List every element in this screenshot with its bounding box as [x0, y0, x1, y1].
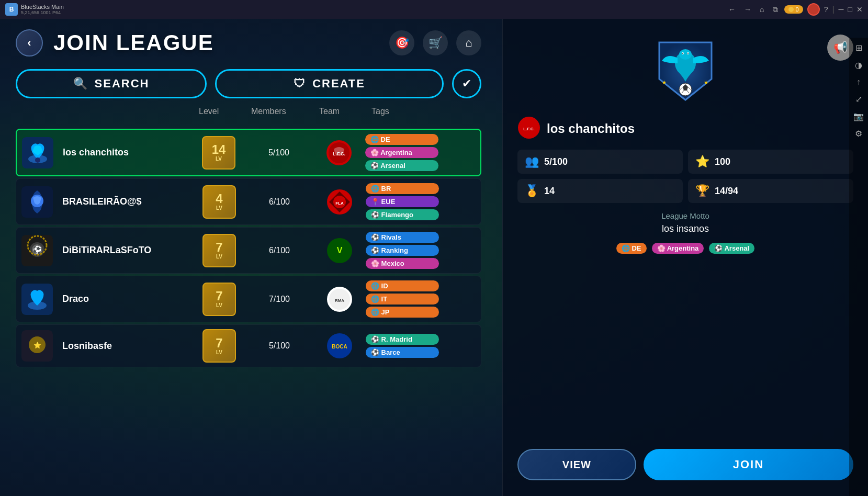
members-count: 5/100: [245, 341, 313, 351]
team-badge: RMA: [325, 285, 354, 314]
tag: ⚽ Rivals: [366, 232, 439, 243]
tag: ⚽ Arsenal: [365, 160, 438, 171]
league-row[interactable]: ⚽ DiBiTiRARLaSFoTO 7 LV 6/100: [16, 227, 481, 274]
league-icon: [21, 284, 53, 315]
sidebar-icon-2[interactable]: ◑: [855, 60, 862, 70]
trophy-value: 14/94: [715, 186, 738, 197]
col-tags: Tags: [371, 107, 476, 116]
league-icon: ⭐: [21, 330, 53, 362]
detail-actions: VIEW JOIN: [517, 449, 853, 480]
tag: 🌐 BR: [366, 183, 439, 194]
close-icon[interactable]: ✕: [856, 5, 863, 14]
league-name: Losnibasfe: [58, 341, 193, 352]
nav-back-icon[interactable]: ←: [728, 5, 736, 14]
level-value: 14: [544, 186, 555, 197]
members-count: 5/100: [245, 148, 313, 157]
tag: ⚽ Flamengo: [366, 209, 439, 220]
team-badge: V: [325, 236, 354, 265]
league-row[interactable]: Draco 7 LV 7/100 RMA: [16, 276, 481, 322]
motto-section: League Motto los insanos: [517, 211, 853, 234]
profile-icon[interactable]: [807, 3, 820, 16]
page-header: ‹ JOIN LEAGUE 🎯 🛒 ⌂: [16, 29, 481, 57]
detail-logo: ★ ★: [649, 35, 722, 108]
target-icon: 🎯: [395, 36, 409, 50]
tag: 🌐 JP: [366, 307, 439, 318]
cart-icon-button[interactable]: 🛒: [423, 30, 448, 55]
right-sidebar: ⊞ ◑ ↑ ⤢ 📷 ⚙: [849, 38, 868, 496]
col-level: Level: [199, 107, 251, 116]
search-button[interactable]: 🔍 SEARCH: [16, 69, 207, 98]
view-button[interactable]: VIEW: [517, 449, 636, 480]
app-subtitle: 5,21,656.1001 P64: [21, 10, 64, 15]
action-buttons: 🔍 SEARCH 🛡 CREATE ✔: [16, 69, 481, 98]
team-badge: BOCA: [325, 331, 354, 360]
stat-stars: ⭐ 100: [688, 150, 853, 174]
nav-tabs-icon[interactable]: ⧉: [773, 5, 778, 14]
svg-text:BOCA: BOCA: [332, 344, 347, 350]
members-count: 6/100: [245, 197, 313, 207]
svg-text:⭐: ⭐: [33, 341, 41, 349]
nav-forward-icon[interactable]: →: [744, 5, 751, 14]
tag: 📍 EUE: [366, 196, 439, 207]
motto-text: los insanos: [517, 223, 853, 234]
sidebar-icon-4[interactable]: ⤢: [855, 94, 862, 104]
search-icon: 🔍: [73, 77, 88, 91]
tags-col: ⚽ R. Madrid ⚽ Barce: [366, 334, 476, 358]
stat-members: 👥 5/100: [517, 150, 683, 174]
svg-point-2: [35, 157, 40, 163]
minimize-icon[interactable]: ─: [839, 5, 844, 14]
league-row[interactable]: BRASILEIRÃO@$ 4 LV 6/100 FLA: [16, 178, 481, 225]
tag: 🌐 DE: [365, 134, 438, 145]
cart-icon: 🛒: [429, 36, 443, 50]
col-team: Team: [319, 107, 371, 116]
level-badge: 7 LV: [202, 329, 236, 363]
tag: ⚽ Ranking: [366, 245, 439, 256]
titlebar: B BlueStacks Main 5,21,656.1001 P64 ← → …: [0, 0, 868, 19]
shield-create-icon: 🛡: [294, 77, 306, 91]
back-button[interactable]: ‹: [16, 29, 43, 57]
page-title: JOIN LEAGUE: [53, 30, 214, 55]
sidebar-icon-1[interactable]: ⊞: [855, 43, 862, 53]
league-name: DiBiTiRARLaSFoTO: [58, 245, 193, 256]
megaphone-icon: 📢: [833, 41, 848, 54]
sidebar-icon-5[interactable]: 📷: [853, 111, 864, 121]
nav-home-icon[interactable]: ⌂: [760, 5, 764, 14]
left-panel: ‹ JOIN LEAGUE 🎯 🛒 ⌂ 🔍 SEARCH 🛡: [0, 19, 497, 496]
sidebar-icon-6[interactable]: ⚙: [855, 129, 862, 139]
league-row[interactable]: los chanchitos 14 LV 5/100 L.F.C.: [16, 129, 481, 176]
maximize-icon[interactable]: □: [848, 5, 852, 14]
svg-text:V: V: [337, 246, 343, 255]
sidebar-icon-3[interactable]: ↑: [856, 77, 861, 87]
league-list: los chanchitos 14 LV 5/100 L.F.C.: [16, 129, 481, 367]
tags-col: ⚽ Rivals ⚽ Ranking 🌸 Mexico: [366, 232, 476, 269]
app-name: BlueStacks Main: [21, 4, 64, 10]
level-badge: 7 LV: [202, 283, 236, 316]
join-button[interactable]: JOIN: [644, 449, 853, 480]
tags-col: 🌐 DE 🌸 Argentina ⚽ Arsenal: [365, 134, 475, 171]
league-row[interactable]: ⭐ Losnibasfe 7 LV 5/100 BOCA: [16, 324, 481, 367]
team-badge: L.F.C.: [324, 138, 354, 167]
target-icon-button[interactable]: 🎯: [389, 30, 414, 55]
level-badge: 14 LV: [202, 136, 235, 170]
stars-value: 100: [715, 156, 730, 167]
members-value: 5/100: [544, 156, 568, 167]
svg-text:FLA: FLA: [335, 201, 344, 206]
col-members: Members: [251, 107, 319, 116]
svg-point-28: [679, 49, 692, 60]
coin-badge: 0: [784, 5, 803, 14]
detail-league-name: los chanchitos: [547, 121, 635, 136]
header-icons: 🎯 🛒 ⌂: [389, 30, 481, 55]
tag: 🌸 Argentina: [365, 147, 438, 158]
table-header: Level Members Team Tags: [16, 107, 481, 120]
titlebar-controls: ← → ⌂ ⧉ 0 ? | ─ □ ✕: [726, 3, 863, 16]
level-badge: 7 LV: [202, 234, 236, 267]
home-icon-button[interactable]: ⌂: [456, 30, 481, 55]
league-name: BRASILEIRÃO@$: [58, 196, 193, 207]
league-icon: [21, 186, 53, 218]
tag: ⚽ Barce: [366, 347, 439, 358]
detail-name-row: L.F.C. los chanchitos: [517, 116, 853, 141]
create-button[interactable]: 🛡 CREATE: [215, 69, 444, 98]
app-logo: B BlueStacks Main 5,21,656.1001 P64: [5, 3, 64, 16]
help-icon[interactable]: ?: [824, 5, 828, 14]
filter-button[interactable]: ✔: [452, 69, 481, 98]
